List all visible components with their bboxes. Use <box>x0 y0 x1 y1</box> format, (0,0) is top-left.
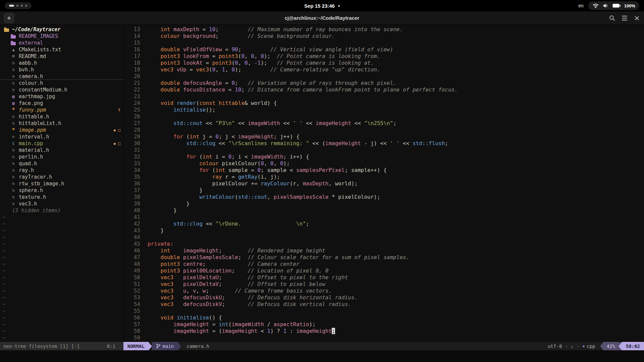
code-line-46[interactable]: 46 int imageHeight; // Rendered image he… <box>123 247 644 254</box>
current-filename: camera.h <box>181 342 214 350</box>
code-line-30[interactable]: 30 std::clog << "\rScanlines remaining: … <box>123 140 644 147</box>
code-line-54[interactable]: 54 vec3 defocusDiskV; // Defocus disk ve… <box>123 301 644 308</box>
code-area[interactable]: 13 int maxDepth = 10; // Maximum number … <box>123 25 644 342</box>
line-number: 54 <box>123 301 140 308</box>
code-line-33[interactable]: 33 colour pixelColour(0, 0, 0); <box>123 160 644 167</box>
tree-item-~/Code/Raytracer[interactable]: ~/Code/Raytracer <box>0 26 123 33</box>
code-line-55[interactable]: 55 <box>123 308 644 314</box>
code-line-44[interactable]: 44 <box>123 234 644 241</box>
tree-item-README_IMAGES[interactable]: README_IMAGES <box>0 33 123 40</box>
code-text: colour background; // Scene background c… <box>140 33 335 40</box>
code-line-21[interactable]: 21 double defocusAngle = 0; // Variation… <box>123 80 644 86</box>
tree-item-quad.h[interactable]: hquad.h <box>0 160 123 167</box>
code-line-22[interactable]: 22 double focusDistance = 10; // Distanc… <box>123 86 644 93</box>
code-line-43[interactable]: 43 } <box>123 227 644 234</box>
code-line-53[interactable]: 53 vec3 defocusDiskU; // Defocus disk ho… <box>123 294 644 301</box>
keyboard-layout-indicator[interactable]: en <box>578 3 584 8</box>
tree-item-perlin.h[interactable]: hperlin.h <box>0 154 123 160</box>
tree-item-earthmap.jpg[interactable]: ▨earthmap.jpg <box>0 93 123 100</box>
tree-item-interval.h[interactable]: hinterval.h <box>0 133 123 140</box>
code-line-14[interactable]: 14 colour background; // Scene backgroun… <box>123 33 644 40</box>
code-line-28[interactable]: 28 <box>123 127 644 133</box>
tri-icon: ▲ <box>10 46 17 53</box>
tree-item-bvh.h[interactable]: hbvh.h <box>0 66 123 73</box>
code-line-32[interactable]: 32 for (int i = 0; i < imageWidth; i++) … <box>123 154 644 160</box>
tree-item-constantMedium.h[interactable]: hconstantMedium.h <box>0 86 123 93</box>
code-line-49[interactable]: 49 point3 pixel00Location; // Location o… <box>123 267 644 274</box>
code-line-38[interactable]: 38 writeColour(std::cout, pixelSamplesSc… <box>123 194 644 200</box>
code-line-17[interactable]: 17 point3 lookFrom = point3(0, 0, 0); //… <box>123 53 644 60</box>
tree-item-CMakeLists.txt[interactable]: ▲CMakeLists.txt <box>0 46 123 53</box>
code-line-52[interactable]: 52 vec3 u, v, w; // Camera frame basis v… <box>123 288 644 294</box>
code-line-36[interactable]: 36 pixelColour += rayColour(r, maxDepth,… <box>123 180 644 187</box>
tree-item-hittableList.h[interactable]: hhittableList.h <box>0 120 123 127</box>
code-line-29[interactable]: 29 for (int j = 0; j < imageHeight; j++)… <box>123 133 644 140</box>
clock-menu[interactable]: Sep 15 23:46 <box>304 0 340 11</box>
code-line-16[interactable]: 16 double vFieldOfView = 90; // Vertical… <box>123 46 644 53</box>
tree-item-label: ray.h <box>19 167 34 173</box>
tree-item-label: texture.h <box>19 194 46 200</box>
code-line-41[interactable]: 41 <box>123 214 644 221</box>
tree-item-label: README.md <box>19 53 46 59</box>
tree-item-rtw_stb_image.h[interactable]: hrtw_stb_image.h <box>0 180 123 187</box>
tree-item-main.cpp[interactable]: Cmain.cpp●□ <box>0 140 123 147</box>
code-line-24[interactable]: 24 void render(const hittable& world) { <box>123 100 644 107</box>
tree-item-label: interval.h <box>19 134 49 140</box>
tree-item-README.md[interactable]: MREADME.md <box>0 53 123 60</box>
tree-item-colour.h[interactable]: hcolour.h <box>0 80 123 86</box>
tree-item-vec3.h[interactable]: hvec3.h <box>0 200 123 207</box>
code-line-48[interactable]: 48 point3 centre; // Camera center <box>123 261 644 267</box>
empty-buffer-tilde: ~ <box>0 227 123 234</box>
code-line-57[interactable]: 57 imageHeight = int(imageWidth / aspect… <box>123 321 644 328</box>
code-line-34[interactable]: 34 for (int sample = 0; sample < samples… <box>123 167 644 174</box>
code-line-51[interactable]: 51 vec3 pixelDeltaV; // Offset to pixel … <box>123 281 644 288</box>
workspace-indicator[interactable] <box>5 2 32 9</box>
workspace-dot <box>25 5 27 7</box>
code-line-40[interactable]: 40 } <box>123 207 644 214</box>
tree-item-camera.h[interactable]: hcamera.h <box>0 73 123 80</box>
code-line-23[interactable]: 23 <box>123 93 644 100</box>
tree-item-(3 hidden items)[interactable]: (3 hidden items) <box>0 207 123 214</box>
tree-item-aabb.h[interactable]: haabb.h <box>0 60 123 66</box>
empty-buffer-tilde: ~ <box>0 261 123 267</box>
code-text <box>140 147 148 154</box>
new-tab-button[interactable]: + <box>4 13 14 23</box>
code-line-45[interactable]: 45private: <box>123 241 644 247</box>
code-line-47[interactable]: 47 double pixelSamplesScale; // Colour s… <box>123 254 644 261</box>
code-text: } <box>140 227 164 234</box>
menu-icon[interactable] <box>622 16 627 20</box>
code-line-35[interactable]: 35 ray r = getRay(i, j); <box>123 174 644 180</box>
tree-item-texture.h[interactable]: htexture.h <box>0 194 123 200</box>
code-line-13[interactable]: 13 int maxDepth = 10; // Maximum number … <box>123 26 644 33</box>
code-line-56[interactable]: 56 void initialise() { <box>123 314 644 321</box>
code-line-59[interactable]: 59 <box>123 335 644 341</box>
code-line-25[interactable]: 25 initialise(); <box>123 107 644 113</box>
code-line-31[interactable]: 31 <box>123 147 644 154</box>
code-line-42[interactable]: 42 std::clog << "\rDone. \n"; <box>123 221 644 227</box>
code-line-27[interactable]: 27 std::cout << "P3\n" << imageWidth << … <box>123 120 644 127</box>
line-number: 38 <box>123 194 140 200</box>
search-icon[interactable] <box>609 15 615 21</box>
tree-item-sphere.h[interactable]: hsphere.h <box>0 187 123 194</box>
code-line-26[interactable]: 26 <box>123 113 644 120</box>
tree-item-hittable.h[interactable]: hhittable.h <box>0 113 123 120</box>
code-line-37[interactable]: 37 } <box>123 187 644 194</box>
code-line-15[interactable]: 15 <box>123 40 644 46</box>
code-line-39[interactable]: 39 } <box>123 200 644 207</box>
quick-settings[interactable]: 100% <box>588 1 639 10</box>
code-line-50[interactable]: 50 vec3 pixelDeltaU; // Offset to pixel … <box>123 274 644 281</box>
tree-item-material.h[interactable]: hmaterial.h <box>0 147 123 154</box>
close-icon[interactable]: × <box>634 14 640 22</box>
tree-item-face.png[interactable]: ▨face.png <box>0 100 123 107</box>
code-line-18[interactable]: 18 point3 lookAt = point3(0, 0, -1); // … <box>123 60 644 66</box>
tree-item-ray.h[interactable]: hray.h <box>0 167 123 174</box>
tree-item-funny.ppm[interactable]: *funny.ppm? <box>0 107 123 113</box>
code-line-58[interactable]: 58 imageHeight = (imageHeight < 1) ? 1 :… <box>123 328 644 335</box>
tree-item-rayTracer.h[interactable]: hrayTracer.h <box>0 174 123 180</box>
code-line-20[interactable]: 20 <box>123 73 644 80</box>
command-line[interactable] <box>0 350 644 362</box>
tree-item-image.ppm[interactable]: *image.ppm●□ <box>0 127 123 133</box>
tree-item-external[interactable]: external <box>0 40 123 46</box>
code-line-19[interactable]: 19 vec3 vUp = vec3(0, 1, 0); // Camera-r… <box>123 66 644 73</box>
line-number: 53 <box>123 294 140 301</box>
